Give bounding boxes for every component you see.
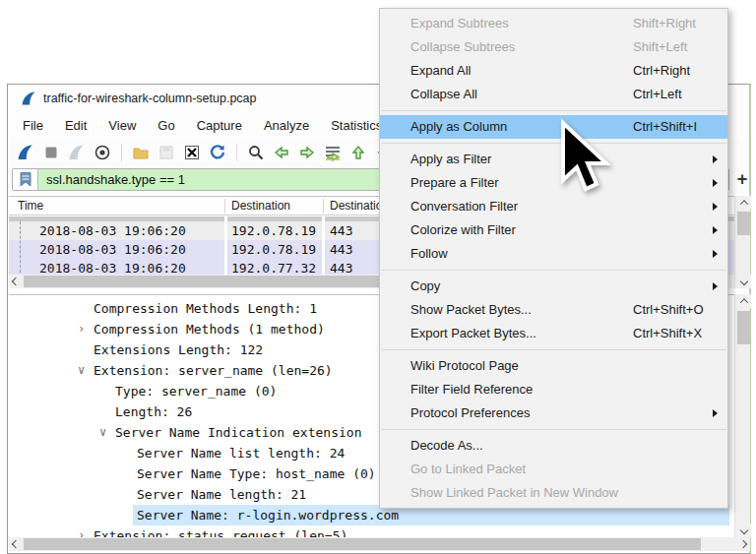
menu-item-collapse-subtrees: Collapse SubtreesShift+Left	[380, 35, 727, 59]
scroll-up-button[interactable]	[736, 294, 751, 308]
scroll-right-button[interactable]	[736, 537, 750, 551]
column-header-destination-port[interactable]: Destinatio	[330, 197, 382, 215]
menu-separator	[381, 349, 726, 350]
toolbar-separator	[121, 144, 122, 161]
close-file-icon[interactable]	[182, 143, 202, 162]
chevron-up-icon	[739, 200, 747, 208]
menu-item-follow[interactable]: Follow	[380, 242, 727, 266]
submenu-arrow-icon	[713, 203, 718, 211]
menu-edit[interactable]: Edit	[54, 112, 97, 139]
menu-analyze[interactable]: Analyze	[253, 112, 320, 139]
toolbar-separator	[236, 144, 237, 161]
wireshark-logo-icon	[21, 91, 37, 107]
go-back-icon[interactable]	[272, 143, 291, 162]
scroll-left-button[interactable]	[9, 275, 23, 288]
column-divider[interactable]	[323, 199, 324, 214]
detail-line[interactable]: ›Extension: status request (len=5)	[9, 525, 734, 537]
expander-expanded-icon[interactable]: ∨	[78, 360, 85, 381]
menu-item-colorize-with-filter[interactable]: Colorize with Filter	[380, 218, 727, 242]
column-divider[interactable]	[224, 199, 225, 214]
menu-separator	[381, 429, 726, 430]
submenu-arrow-icon	[713, 250, 718, 258]
column-gap	[224, 216, 227, 277]
chevron-down-icon	[739, 526, 747, 534]
menu-item-copy[interactable]: Copy	[380, 275, 727, 298]
details-hscrollbar[interactable]	[9, 537, 750, 551]
stop-capture-icon[interactable]	[41, 143, 61, 162]
cell-port: 443	[330, 240, 352, 259]
menu-item-conversation-filter[interactable]: Conversation Filter	[380, 195, 727, 218]
save-file-icon[interactable]	[157, 143, 176, 162]
menu-item-decode-as[interactable]: Decode As...	[380, 434, 727, 458]
menu-item-prepare-a-filter[interactable]: Prepare a Filter	[380, 171, 727, 195]
details-vscrollbar[interactable]	[734, 294, 750, 537]
filter-bookmark-button[interactable]	[13, 169, 38, 190]
go-up-icon[interactable]	[348, 143, 368, 162]
menu-item-expand-all[interactable]: Expand AllCtrl+Right	[380, 59, 727, 83]
go-forward-icon[interactable]	[297, 143, 317, 162]
cell-port: 443	[330, 221, 352, 240]
menu-go[interactable]: Go	[147, 112, 185, 139]
bookmark-icon	[20, 172, 32, 187]
menu-item-filter-field-reference[interactable]: Filter Field Reference	[380, 378, 727, 401]
window-title: traffic-for-wireshark-column-setup.pcap	[43, 85, 257, 112]
menu-item-wiki-protocol-page[interactable]: Wiki Protocol Page	[380, 354, 727, 378]
context-menu: Expand SubtreesShift+Right Collapse Subt…	[379, 8, 728, 509]
scroll-up-button[interactable]	[736, 196, 751, 210]
menu-file[interactable]: File	[12, 112, 54, 139]
menu-separator	[381, 143, 726, 144]
chevron-down-icon	[739, 277, 747, 285]
reload-file-icon[interactable]	[208, 143, 227, 162]
submenu-arrow-icon	[713, 226, 718, 234]
scroll-down-button[interactable]	[736, 275, 751, 288]
menu-item-apply-as-filter[interactable]: Apply as Filter	[380, 148, 727, 171]
column-gap	[322, 216, 325, 277]
menu-item-protocol-preferences[interactable]: Protocol Preferences	[380, 401, 727, 425]
scroll-left-button[interactable]	[9, 537, 23, 551]
restart-capture-icon[interactable]	[67, 143, 87, 162]
chevron-left-icon	[12, 540, 20, 548]
related-packet-indicator	[20, 221, 21, 277]
menu-item-show-packet-bytes[interactable]: Show Packet Bytes...Ctrl+Shift+O	[380, 298, 727, 322]
submenu-arrow-icon	[713, 282, 718, 290]
filter-add-button[interactable]: +	[732, 167, 752, 191]
find-packet-icon[interactable]	[246, 143, 266, 162]
menu-item-go-to-linked-packet: Go to Linked Packet	[380, 458, 727, 481]
vscroll-thumb[interactable]	[737, 311, 750, 344]
expander-expanded-icon[interactable]: ∨	[99, 422, 106, 443]
column-header-time[interactable]: Time	[18, 197, 43, 215]
chevron-left-icon	[12, 277, 20, 285]
expander-collapsed-icon[interactable]: ›	[78, 319, 85, 339]
cell-time: 2018-08-03 19:06:20	[39, 240, 186, 259]
menu-capture[interactable]: Capture	[186, 112, 253, 139]
menu-view[interactable]: View	[97, 112, 147, 139]
expander-collapsed-icon[interactable]: ›	[78, 525, 85, 537]
cell-time: 2018-08-03 19:06:20	[39, 221, 186, 240]
submenu-arrow-icon	[713, 179, 718, 187]
column-header-destination[interactable]: Destination	[231, 197, 290, 215]
go-to-packet-icon[interactable]	[323, 143, 343, 162]
submenu-arrow-icon	[713, 409, 718, 417]
cell-destination: 192.0.78.19	[231, 221, 316, 240]
capture-options-icon[interactable]	[93, 143, 112, 162]
menu-item-collapse-all[interactable]: Collapse AllCtrl+Left	[380, 83, 727, 106]
menu-separator	[381, 270, 726, 271]
scroll-down-button[interactable]	[736, 523, 751, 537]
menu-item-expand-subtrees: Expand SubtreesShift+Right	[380, 12, 727, 35]
cell-destination: 192.0.78.19	[231, 240, 316, 259]
menu-separator	[381, 110, 726, 111]
vscroll-thumb[interactable]	[737, 212, 750, 235]
hscroll-thumb[interactable]	[24, 538, 701, 550]
menu-item-show-linked-packet-in-new-window: Show Linked Packet in New Window	[380, 481, 727, 505]
start-capture-icon[interactable]	[16, 143, 35, 162]
menu-item-export-packet-bytes[interactable]: Export Packet Bytes...Ctrl+Shift+X	[380, 322, 727, 345]
chevron-right-icon	[739, 540, 747, 548]
chevron-up-icon	[739, 298, 747, 306]
packet-list-vscrollbar[interactable]	[734, 196, 750, 288]
open-file-icon[interactable]	[131, 143, 151, 162]
menu-item-apply-as-column[interactable]: Apply as ColumnCtrl+Shift+I	[380, 115, 727, 139]
submenu-arrow-icon	[713, 155, 718, 163]
